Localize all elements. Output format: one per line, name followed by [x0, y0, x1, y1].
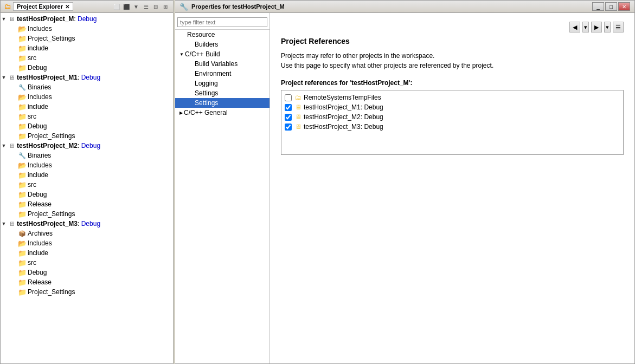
tree-item-release3[interactable]: 📁 Release — [1, 199, 173, 209]
tree-item-binaries2[interactable]: 🔧 Binaries — [1, 82, 173, 92]
nav-item-build-variables[interactable]: Build Variables — [175, 59, 270, 69]
tree-item-release4[interactable]: 📁 Release — [1, 277, 173, 287]
tree-label-src4: src — [28, 259, 36, 266]
expand-root4[interactable]: ▼ — [1, 220, 7, 227]
nav-label-environment: Environment — [195, 70, 231, 77]
tree-item-root4[interactable]: ▼ 🖥 testHostProject_M3: Debug — [1, 219, 173, 229]
expand-root2[interactable]: ▼ — [1, 74, 7, 81]
tree-label-root1: testHostProject_M: Debug — [17, 15, 97, 23]
ref-item-3[interactable]: 🖥 testHostProject_M3: Debug — [284, 122, 621, 132]
nav-item-environment[interactable]: Environment — [175, 69, 270, 79]
ref-label-2: testHostProject_M2: Debug — [304, 113, 383, 121]
ref-item-2[interactable]: 🖥 testHostProject_M2: Debug — [284, 112, 621, 122]
nav-item-settings[interactable]: Settings — [175, 88, 270, 98]
close-window-button[interactable]: ✕ — [618, 2, 630, 11]
folder-icon-src4: 📁 — [18, 258, 27, 267]
ref-folder-icon-3: 🖥 — [295, 123, 302, 131]
tree-item-binaries3[interactable]: 🔧 Binaries — [1, 151, 173, 160]
tree-label-archives4: Archives — [28, 230, 53, 237]
project-explorer-tab[interactable]: Project Explorer ✕ — [13, 2, 73, 11]
tree-item-include3[interactable]: 📁 include — [1, 170, 173, 180]
ref-label-1: testHostProject_M1: Debug — [304, 103, 383, 111]
tree-item-includes1[interactable]: 📂 Includes — [1, 24, 173, 34]
tree-item-root1[interactable]: ▼ 🖥 testHostProject_M: Debug — [1, 14, 173, 24]
tree-item-debug3[interactable]: 📁 Debug — [1, 190, 173, 199]
forward-dropdown-button[interactable]: ▾ — [604, 22, 611, 32]
minimize-window-button[interactable]: _ — [592, 2, 604, 11]
tree-label-src1: src — [28, 54, 36, 62]
expand-root3[interactable]: ▼ — [1, 142, 7, 149]
ref-checkbox-3[interactable] — [285, 123, 292, 131]
close-tab-icon[interactable]: ✕ — [65, 4, 69, 10]
tree-item-src4[interactable]: 📁 src — [1, 258, 173, 268]
expand-root1[interactable]: ▼ — [1, 16, 7, 22]
tree-item-src2[interactable]: 📁 src — [1, 112, 173, 121]
tree-item-ps3[interactable]: 📁 Project_Settings — [1, 209, 173, 219]
refs-list: 🗂 RemoteSystemsTempFiles 🖥 testHostProje… — [281, 90, 624, 155]
project-references-title: Project References — [281, 37, 624, 46]
ref-item-1[interactable]: 🖥 testHostProject_M1: Debug — [284, 102, 621, 112]
tree-label-rel4: Release — [28, 278, 52, 286]
ref-checkbox-1[interactable] — [285, 104, 292, 111]
ref-folder-icon-2: 🖥 — [295, 113, 302, 121]
tree-item-include4[interactable]: 📁 include — [1, 248, 173, 258]
desc-line2: Use this page to specify what other proj… — [281, 62, 493, 69]
back-button[interactable]: ◀ — [569, 22, 580, 32]
maximize-window-button[interactable]: □ — [605, 2, 617, 11]
menu-icon[interactable]: ☰ — [142, 2, 150, 11]
tree-label-includes1: Includes — [28, 25, 52, 32]
tree-label-ps3: Project_Settings — [28, 210, 75, 218]
filter-input[interactable] — [177, 17, 267, 27]
tree-item-debug4[interactable]: 📁 Debug — [1, 268, 173, 277]
expand-icon[interactable]: ⊞ — [161, 2, 170, 11]
nav-item-builders[interactable]: Builders — [175, 40, 270, 49]
tree-item-ps4[interactable]: 📁 Project_Settings — [1, 287, 173, 297]
properties-main-content: ◀ ▾ ▶ ▾ ☰ Project References Projects ma… — [270, 13, 634, 363]
minimize-icon[interactable]: ⬜ — [112, 2, 121, 11]
tree-item-root3[interactable]: ▼ 🖥 testHostProject_M2: Debug — [1, 141, 173, 151]
tree-item-include2[interactable]: 📁 include — [1, 102, 173, 112]
properties-panel: 🔧 Properties for testHostProject_M _ □ ✕… — [175, 0, 635, 364]
tree-item-ps2[interactable]: 📁 Project_Settings — [1, 131, 173, 141]
tree-label-dbg1: Debug — [28, 64, 47, 72]
collapse-icon[interactable]: ⊟ — [151, 2, 160, 11]
tree-item-includes3[interactable]: 📂 Includes — [1, 160, 173, 170]
back-dropdown-button[interactable]: ▾ — [582, 22, 589, 32]
project-explorer-title: Project Explorer — [17, 3, 63, 10]
tree-item-src3[interactable]: 📁 src — [1, 180, 173, 190]
binaries-icon3: 🔧 — [18, 151, 27, 160]
tree-item-includes2[interactable]: 📂 Includes — [1, 92, 173, 102]
more-menu-button[interactable]: ☰ — [613, 22, 624, 32]
tree-label-inc1: include — [28, 44, 48, 52]
tree-item-includes4[interactable]: 📂 Includes — [1, 238, 173, 248]
ref-item-0[interactable]: 🗂 RemoteSystemsTempFiles — [284, 93, 621, 102]
ref-label-0: RemoteSystemsTempFiles — [304, 94, 381, 101]
tree-item-debug2[interactable]: 📁 Debug — [1, 121, 173, 131]
tree-item-projectsettings1[interactable]: 📁 Project_Settings — [1, 34, 173, 43]
ref-checkbox-0[interactable] — [285, 94, 292, 101]
project-icon-small: 🗂 — [4, 3, 11, 11]
nav-item-cpp-general[interactable]: ▶ C/C++ General — [175, 108, 270, 118]
tree-label-inc2: include — [28, 103, 48, 110]
tree-item-include1[interactable]: 📁 include — [1, 43, 173, 53]
forward-button[interactable]: ▶ — [591, 22, 602, 32]
tree-label-rel3: Release — [28, 200, 52, 208]
ref-checkbox-2[interactable] — [285, 114, 292, 121]
tree-item-root2[interactable]: ▼ 🖥 testHostProject_M1: Debug — [1, 73, 173, 82]
tree-item-debug1[interactable]: 📁 Debug — [1, 63, 173, 73]
tree-item-archives4[interactable]: 📦 Archives — [1, 229, 173, 238]
maximize-icon[interactable]: ⬛ — [122, 2, 131, 11]
nav-item-tool-chain-editor[interactable]: Settings — [175, 98, 270, 108]
desc-line1: Projects may refer to other projects in … — [281, 52, 434, 60]
nav-item-logging[interactable]: Logging — [175, 79, 270, 88]
project-icon-root4: 🖥 — [7, 219, 16, 228]
filter-icon[interactable]: ▼ — [132, 2, 140, 11]
nav-item-cpp-build[interactable]: ▼ C/C++ Build — [175, 49, 270, 59]
tree-label-ps1: Project_Settings — [28, 35, 75, 42]
binaries-icon2: 🔧 — [18, 83, 27, 92]
filter-box — [175, 15, 270, 30]
nav-label-resource: Resource — [187, 31, 215, 38]
project-icon-root2: 🖥 — [7, 73, 16, 82]
tree-item-src1[interactable]: 📁 src — [1, 53, 173, 63]
nav-item-resource[interactable]: Resource — [175, 30, 270, 40]
